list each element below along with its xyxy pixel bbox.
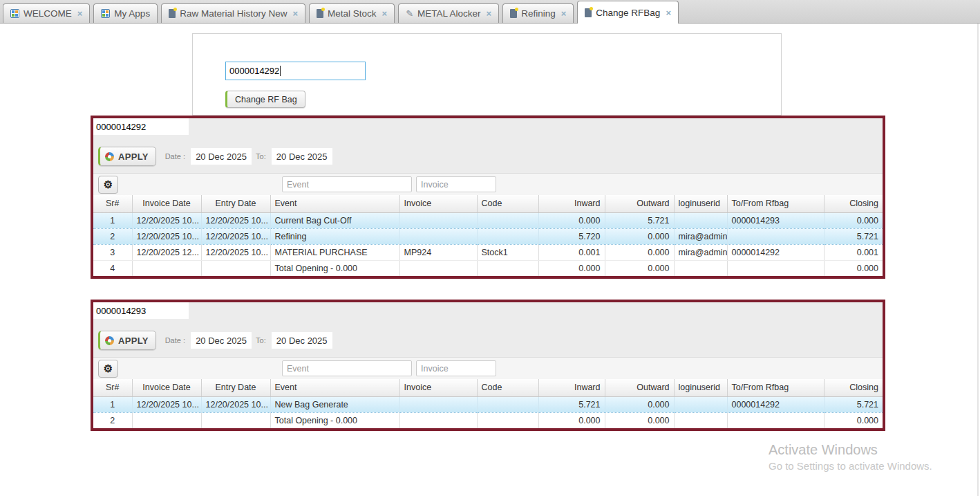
cell: 0.000 [538, 412, 605, 428]
close-icon[interactable]: × [487, 8, 492, 19]
table-row[interactable]: 1 12/20/2025 10... 12/20/2025 10... Curr… [93, 212, 883, 228]
event-filter-input[interactable] [282, 176, 412, 192]
cell [201, 260, 270, 276]
header-row: Sr# Invoice Date Entry Date Event Invoic… [93, 379, 883, 396]
close-icon[interactable]: × [382, 8, 388, 19]
tab-metal-alocker[interactable]: ✎ METAL Alocker × [398, 3, 499, 23]
tab-bar: WELCOME × My Apps Raw Material History N… [0, 0, 980, 24]
rfbag-number-input[interactable]: 0000014292 [225, 62, 366, 80]
tab-welcome[interactable]: WELCOME × [3, 3, 90, 23]
tab-change-rfbag[interactable]: Change RFBag × [577, 1, 679, 24]
col-header[interactable]: To/From Rfbag [727, 195, 824, 212]
invoice-filter-input[interactable] [416, 360, 496, 376]
apply-row: APPLY Date : To: [98, 331, 332, 350]
close-icon[interactable]: × [561, 8, 567, 19]
date-from-input[interactable] [191, 332, 252, 349]
cell: 2 [93, 228, 132, 244]
date-to-input[interactable] [272, 148, 332, 165]
col-header[interactable]: Sr# [93, 195, 132, 212]
cell [727, 412, 824, 428]
tab-refining[interactable]: Refining × [502, 3, 574, 23]
col-header[interactable]: Outward [605, 379, 674, 396]
cell: 0000014293 [727, 212, 824, 228]
table-row[interactable]: 2 12/20/2025 10... 12/20/2025 10... Refi… [93, 228, 883, 244]
col-header[interactable]: Invoice [399, 195, 477, 212]
tab-label: Refining [521, 8, 556, 19]
col-header[interactable]: To/From Rfbag [727, 379, 824, 396]
cell [132, 412, 201, 428]
col-header[interactable]: loginuserid [674, 195, 727, 212]
close-icon[interactable]: × [77, 8, 83, 19]
table-row[interactable]: 1 12/20/2025 10... 12/20/2025 10... New … [93, 396, 883, 412]
col-header[interactable]: loginuserid [674, 379, 727, 396]
tab-my-apps[interactable]: My Apps [93, 3, 158, 23]
tab-metal-stock[interactable]: Metal Stock × [309, 3, 395, 23]
close-icon[interactable]: × [666, 8, 671, 18]
cell: 0.000 [824, 260, 883, 276]
col-header[interactable]: Outward [605, 195, 674, 212]
col-header[interactable]: Event [270, 195, 399, 212]
cell: 12/20/2025 10... [201, 212, 270, 228]
date-to-input[interactable] [272, 332, 332, 349]
cell: MATERIAL PURCHASE [270, 244, 399, 260]
cell: 0.001 [824, 244, 883, 260]
text-caret [280, 66, 281, 76]
cell: mira@admin.in [674, 244, 727, 260]
cell: 0.000 [605, 412, 674, 428]
apply-button[interactable]: APPLY [98, 331, 156, 350]
tab-label: METAL Alocker [417, 8, 481, 19]
col-header[interactable]: Closing [824, 379, 883, 396]
invoice-filter-input[interactable] [416, 176, 496, 192]
bag-id-input[interactable] [93, 118, 189, 135]
col-header[interactable]: Code [477, 195, 538, 212]
apps-grid-icon [10, 9, 19, 18]
tab-label: My Apps [114, 8, 150, 19]
cell: 12/20/2025 10... [201, 396, 270, 412]
rfbag-history-table: Sr# Invoice Date Entry Date Event Invoic… [93, 195, 883, 276]
cell: 4 [93, 260, 132, 276]
window-right-edge [977, 0, 979, 496]
apply-refresh-icon [105, 152, 114, 161]
tab-label: Change RFBag [596, 8, 660, 18]
pencil-icon: ✎ [406, 9, 413, 18]
tab-label: WELCOME [23, 8, 72, 19]
date-label: Date : [165, 336, 185, 345]
table-row[interactable]: 3 12/20/2025 12... 12/20/2025 10... MATE… [93, 244, 883, 260]
table-row[interactable]: 4 Total Opening - 0.000 0.000 0.000 0.00… [93, 260, 883, 276]
col-header[interactable]: Code [477, 379, 538, 396]
cell [132, 260, 201, 276]
page-icon [169, 9, 176, 18]
col-header[interactable]: Closing [824, 195, 883, 212]
cell: 0.000 [605, 260, 674, 276]
apply-refresh-icon [105, 336, 114, 345]
columns-settings-button[interactable]: ⚙ [98, 360, 118, 378]
change-rf-bag-button[interactable]: Change RF Bag [225, 91, 305, 108]
col-header[interactable]: Invoice Date [132, 195, 201, 212]
columns-settings-button[interactable]: ⚙ [98, 176, 118, 194]
cell: Refining [270, 228, 399, 244]
close-icon[interactable]: × [292, 8, 298, 19]
col-header[interactable]: Event [270, 379, 399, 396]
tab-raw-material-history-new[interactable]: Raw Material History New × [161, 3, 305, 23]
cell [477, 228, 538, 244]
cell: MP924 [399, 244, 477, 260]
col-header[interactable]: Invoice [399, 379, 477, 396]
col-header[interactable]: Inward [538, 379, 605, 396]
cell [477, 212, 538, 228]
cell [399, 260, 477, 276]
table-row[interactable]: 2 Total Opening - 0.000 0.000 0.000 0.00… [93, 412, 883, 428]
col-header[interactable]: Invoice Date [132, 379, 201, 396]
col-header[interactable]: Entry Date [201, 379, 270, 396]
date-from-input[interactable] [191, 148, 252, 165]
to-label: To: [256, 336, 266, 345]
col-header[interactable]: Sr# [93, 379, 132, 396]
cell: Stock1 [477, 244, 538, 260]
event-filter-input[interactable] [282, 360, 412, 376]
page-icon [585, 8, 592, 17]
col-header[interactable]: Inward [538, 195, 605, 212]
cell: 0.000 [824, 212, 883, 228]
bag-id-input[interactable] [93, 302, 189, 319]
apply-button[interactable]: APPLY [98, 147, 156, 166]
col-header[interactable]: Entry Date [201, 195, 270, 212]
apply-row: APPLY Date : To: [98, 147, 332, 166]
